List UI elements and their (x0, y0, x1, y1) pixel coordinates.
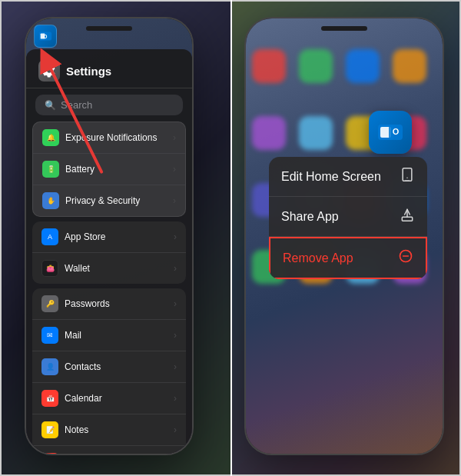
settings-row-battery[interactable]: 🔋 Battery › (33, 154, 185, 185)
settings-row-calendar[interactable]: 📅 Calendar › (32, 383, 186, 414)
bg-icon-5 (252, 116, 286, 150)
settings-row-privacy[interactable]: ✋ Privacy & Security › (33, 185, 185, 216)
phone-left-inner: O Settings 🔍 Search (26, 18, 192, 454)
phone-notch-right (321, 26, 367, 31)
battery-label: Battery (65, 164, 173, 175)
remove-app-label: Remove App (283, 251, 353, 265)
context-row-remove[interactable]: Remove App (269, 237, 427, 279)
panel-divider (230, 0, 232, 476)
calendar-chevron: › (174, 393, 177, 404)
settings-row-exposure[interactable]: 🔔 Exposure Notifications › (33, 122, 185, 154)
settings-group-apps1: A App Store › 👛 Wallet › (32, 221, 186, 284)
privacy-icon: ✋ (42, 192, 59, 209)
wallet-chevron: › (174, 263, 177, 274)
svg-text:O: O (44, 34, 48, 39)
contacts-label: Contacts (65, 361, 174, 372)
phone-notch-left (86, 26, 132, 31)
passwords-icon: 🔑 (41, 295, 58, 312)
edit-home-label: Edit Home Screen (281, 170, 381, 184)
settings-title: Settings (66, 65, 111, 78)
mail-icon: ✉ (41, 327, 58, 344)
appstore-label: App Store (65, 231, 174, 242)
share-icon (400, 207, 415, 226)
settings-search[interactable]: 🔍 Search (35, 95, 183, 115)
notes-chevron: › (174, 424, 177, 435)
phone-right-inner: O Edit Home Screen (246, 18, 443, 454)
privacy-label: Privacy & Security (65, 195, 173, 206)
settings-group-top: 🔔 Exposure Notifications › 🔋 Battery › (32, 121, 186, 217)
context-row-share[interactable]: Share App (269, 197, 427, 237)
settings-row-passwords[interactable]: 🔑 Passwords › (32, 288, 186, 320)
mail-label: Mail (65, 330, 174, 341)
search-placeholder: Search (61, 99, 92, 111)
mail-chevron: › (174, 330, 177, 341)
bg-icon-1 (252, 49, 286, 83)
wallet-icon: 👛 (41, 260, 58, 277)
battery-icon: 🔋 (42, 161, 59, 178)
ms-icon-small: O (34, 25, 57, 48)
svg-rect-13 (402, 217, 412, 221)
bg-icon-3 (346, 49, 380, 83)
remove-app-inner[interactable]: Remove App (270, 238, 426, 278)
wallet-label: Wallet (65, 263, 174, 274)
settings-group-apps2: 🔑 Passwords › ✉ Mail › (32, 288, 186, 454)
contacts-chevron: › (174, 361, 177, 372)
privacy-chevron: › (173, 195, 176, 206)
notes-icon: 📝 (41, 421, 58, 438)
settings-row-reminders[interactable]: ☑ Reminders › (32, 446, 186, 454)
outlook-app-icon[interactable]: O (369, 111, 412, 154)
phone-left: O Settings 🔍 Search (25, 17, 194, 455)
context-menu: Edit Home Screen Share App (269, 157, 427, 279)
calendar-label: Calendar (65, 393, 174, 404)
exposure-label: Exposure Notifications (65, 132, 173, 143)
appstore-chevron: › (174, 231, 177, 242)
phone-right: O Edit Home Screen (244, 17, 444, 455)
contacts-icon: 👤 (41, 358, 58, 375)
bg-icon-6 (299, 116, 333, 150)
bg-icon-2 (299, 49, 333, 83)
right-panel: O Edit Home Screen (230, 2, 459, 476)
top-outlook-icon: O (34, 25, 60, 51)
passwords-chevron: › (174, 298, 177, 309)
settings-header: Settings (26, 49, 192, 88)
context-row-edit-home[interactable]: Edit Home Screen (269, 157, 427, 197)
battery-chevron: › (173, 164, 176, 175)
svg-text:O: O (393, 127, 400, 136)
settings-row-mail[interactable]: ✉ Mail › (32, 320, 186, 351)
remove-icon (398, 248, 413, 268)
svg-rect-10 (403, 168, 412, 181)
edit-home-icon (400, 167, 415, 186)
settings-row-contacts[interactable]: 👤 Contacts › (32, 351, 186, 383)
share-app-label: Share App (281, 210, 339, 224)
settings-row-wallet[interactable]: 👛 Wallet › (32, 253, 186, 284)
settings-panel: Settings 🔍 Search 🔔 Exposure Notificatio… (26, 49, 192, 454)
reminders-icon: ☑ (41, 453, 58, 454)
appstore-icon: A (41, 228, 58, 245)
exposure-chevron: › (173, 132, 176, 143)
settings-row-appstore[interactable]: A App Store › (32, 221, 186, 253)
bg-icon-4 (393, 49, 426, 83)
left-panel: O Settings 🔍 Search (2, 2, 230, 476)
settings-row-notes[interactable]: 📝 Notes › (32, 414, 186, 446)
settings-app-icon (38, 60, 60, 82)
exposure-icon: 🔔 (42, 129, 59, 146)
passwords-label: Passwords (65, 298, 174, 309)
notes-label: Notes (65, 424, 174, 435)
calendar-icon: 📅 (41, 390, 58, 407)
